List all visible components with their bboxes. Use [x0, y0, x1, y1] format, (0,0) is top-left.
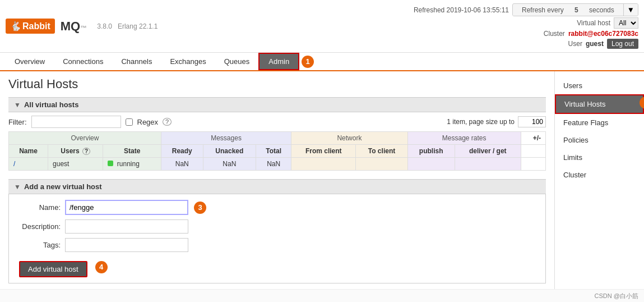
sidebar-item-policies[interactable]: Policies [555, 131, 644, 149]
regex-label: Regex [137, 118, 159, 126]
refresh-bar: Refreshed 2019-10-06 13:55:11 Refresh ev… [414, 3, 638, 16]
add-vhost-section: ▼ Add a new virtual host Name: 3 Descrip… [8, 179, 546, 283]
tags-field-group: Tags: [15, 238, 545, 252]
cluster-label: Cluster [544, 30, 565, 38]
col-actions [521, 145, 545, 158]
cluster-value: rabbit@ec06c727083c [568, 30, 638, 38]
user-label: User [568, 40, 582, 48]
vhost-bar: Virtual host All / [414, 17, 638, 29]
row-actions [521, 158, 545, 171]
logo-rabbit: Rabbit [22, 21, 50, 31]
cluster-bar: Cluster rabbit@ec06c727083c [414, 30, 638, 38]
tags-field[interactable] [65, 238, 188, 252]
refresh-text: Refresh every 5 seconds [513, 4, 623, 16]
logo-tm: ™ [80, 24, 87, 32]
nav-connections[interactable]: Connections [54, 53, 112, 70]
row-unacked: NaN [203, 158, 256, 171]
users-help-icon[interactable]: ? [82, 148, 90, 155]
col-from-client: From client [291, 145, 356, 158]
virtual-host-select[interactable]: All / [614, 17, 638, 29]
vhost-name-link[interactable]: / [13, 160, 15, 168]
main: Virtual Hosts ▼ All virtual hosts Filter… [0, 71, 644, 289]
status-running-icon [108, 161, 113, 166]
filter-label: Filter: [8, 118, 27, 126]
vhosts-section-header[interactable]: ▼ All virtual hosts [8, 97, 546, 112]
description-field-group: Description: [15, 219, 545, 234]
logo-icon: 🐇 Rabbit [6, 19, 55, 34]
logout-button[interactable]: Log out [607, 39, 638, 49]
nav-queues[interactable]: Queues [215, 53, 259, 70]
page-info: 1 item, page size up to [447, 116, 546, 127]
add-section-arrow: ▼ [14, 183, 21, 191]
group-network: Network [291, 132, 407, 145]
version-label: 3.8.0 [97, 22, 112, 30]
header-right: Refreshed 2019-10-06 13:55:11 Refresh ev… [414, 3, 638, 49]
navigation: Overview Connections Channels Exchanges … [0, 53, 644, 71]
name-field-label: Name: [15, 203, 65, 212]
row-total: NaN [256, 158, 291, 171]
page-info-text: 1 item, page size up to [447, 118, 515, 126]
col-ready: Ready [161, 145, 203, 158]
tags-field-label: Tags: [15, 241, 65, 249]
col-deliver-get: deliver / get [455, 145, 521, 158]
user-value: guest [586, 40, 604, 48]
col-name: Name [9, 145, 48, 158]
regex-checkbox[interactable] [126, 118, 133, 126]
col-users: Users ? [48, 145, 103, 158]
row-users: guest [48, 158, 103, 171]
footer-credit: CSDN @白小筋 [595, 292, 638, 299]
callout-3: 3 [194, 202, 206, 214]
col-state: State [103, 145, 161, 158]
logo-mq: MQ™ [61, 19, 87, 34]
row-name: / [9, 158, 48, 171]
add-virtual-host-button[interactable]: Add virtual host [19, 261, 87, 277]
callout-4: 4 [95, 261, 108, 273]
nav-channels[interactable]: Channels [112, 53, 161, 70]
footer: CSDN @白小筋 [0, 289, 644, 302]
col-total: Total [256, 145, 291, 158]
add-section-title: Add a new virtual host [24, 182, 102, 191]
group-overview: Overview [9, 132, 161, 145]
callout-1: 1 [302, 56, 314, 68]
sidebar-item-limits[interactable]: Limits [555, 149, 644, 166]
group-messages: Messages [161, 132, 291, 145]
sidebar-item-virtual-hosts[interactable]: Virtual Hosts [555, 94, 644, 114]
row-state-text: running [117, 160, 140, 168]
page-size-input[interactable] [518, 116, 546, 127]
name-field-group: Name: 3 [15, 200, 545, 215]
table-col-header-row: Name Users ? State Ready Unacked Total F… [9, 145, 546, 158]
add-vhost-section-header[interactable]: ▼ Add a new virtual host [8, 179, 546, 194]
description-field-label: Description: [15, 222, 65, 231]
section-collapse-arrow: ▼ [14, 101, 21, 109]
sidebar-item-feature-flags[interactable]: Feature Flags [555, 114, 644, 131]
user-bar: User guest Log out [414, 39, 638, 49]
logo-area: 🐇 Rabbit MQ™ 3.8.0 Erlang 22.1.1 [6, 19, 157, 34]
erlang-label: Erlang 22.1.1 [118, 22, 157, 30]
section-title: All virtual hosts [24, 100, 79, 109]
group-message-rates: Message rates [407, 132, 521, 145]
nav-overview[interactable]: Overview [6, 53, 54, 70]
description-field[interactable] [65, 219, 188, 234]
table-group-header-row: Overview Messages Network Message rates … [9, 132, 546, 145]
name-field[interactable] [65, 200, 188, 215]
content: Virtual Hosts ▼ All virtual hosts Filter… [0, 71, 554, 289]
regex-help-icon[interactable]: ? [163, 118, 172, 126]
table-row: / guest running NaN NaN NaN [9, 158, 546, 171]
nav-admin[interactable]: Admin [258, 53, 299, 70]
row-deliver-get [455, 158, 521, 171]
group-plusminus[interactable]: +/- [521, 132, 545, 145]
col-to-client: To client [356, 145, 407, 158]
sidebar-item-users[interactable]: Users [555, 77, 644, 94]
sidebar: Users Virtual Hosts 2 Feature Flags Poli… [554, 71, 644, 289]
refresh-dropdown[interactable]: Refresh every 5 seconds ▼ [512, 3, 638, 16]
virtual-host-label: Virtual host [577, 19, 610, 27]
add-vhost-form: Name: 3 Description: Tags: Add virtual h… [8, 194, 546, 283]
refresh-dropdown-arrow[interactable]: ▼ [623, 4, 638, 16]
row-ready: NaN [161, 158, 203, 171]
row-publish [407, 158, 455, 171]
nav-exchanges[interactable]: Exchanges [161, 53, 215, 70]
filter-input[interactable] [31, 116, 121, 128]
refreshed-timestamp: Refreshed 2019-10-06 13:55:11 [414, 6, 509, 14]
sidebar-item-cluster[interactable]: Cluster [555, 166, 644, 184]
header: 🐇 Rabbit MQ™ 3.8.0 Erlang 22.1.1 Refresh… [0, 0, 644, 53]
